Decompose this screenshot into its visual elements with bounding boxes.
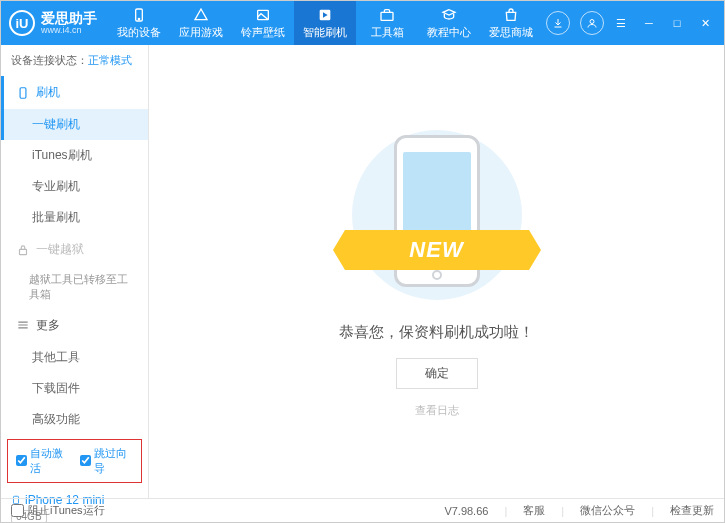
device-icon — [131, 7, 147, 23]
menu-button[interactable]: ☰ — [610, 12, 632, 34]
nav-other-tools[interactable]: 其他工具 — [1, 342, 148, 373]
tab-toolbox[interactable]: 工具箱 — [356, 1, 418, 45]
nav-section-jailbreak[interactable]: 一键越狱 — [1, 233, 148, 266]
nav-section-label: 一键越狱 — [36, 241, 84, 258]
success-message: 恭喜您，保资料刷机成功啦！ — [339, 323, 534, 342]
main-content: NEW 恭喜您，保资料刷机成功啦！ 确定 查看日志 — [149, 45, 724, 498]
svg-point-1 — [138, 18, 139, 19]
tab-store[interactable]: 爱思商城 — [480, 1, 542, 45]
phone-icon — [16, 86, 30, 100]
maximize-button[interactable]: □ — [666, 12, 688, 34]
brand-name: 爱思助手 — [41, 11, 97, 25]
conn-mode: 正常模式 — [88, 54, 132, 66]
nav-section-flash[interactable]: 刷机 — [1, 76, 148, 109]
tab-label: 应用游戏 — [179, 25, 223, 40]
download-button[interactable] — [546, 11, 570, 35]
app-window: iU 爱思助手 www.i4.cn 我的设备 应用游戏 铃声壁纸 智能刷机 — [0, 0, 725, 523]
nav-download-firmware[interactable]: 下载固件 — [1, 373, 148, 404]
top-tabs: 我的设备 应用游戏 铃声壁纸 智能刷机 工具箱 教程中心 — [108, 1, 542, 45]
svg-point-5 — [590, 20, 594, 24]
wechat-link[interactable]: 微信公众号 — [580, 503, 635, 518]
tab-label: 我的设备 — [117, 25, 161, 40]
tab-my-device[interactable]: 我的设备 — [108, 1, 170, 45]
skip-guide-check[interactable]: 跳过向导 — [80, 446, 134, 476]
jailbreak-note: 越狱工具已转移至工具箱 — [1, 266, 148, 309]
block-itunes-check[interactable]: 阻止iTunes运行 — [11, 503, 105, 518]
tab-apps[interactable]: 应用游戏 — [170, 1, 232, 45]
conn-label: 设备连接状态： — [11, 54, 88, 66]
toolbox-icon — [379, 7, 395, 23]
list-icon — [16, 318, 30, 332]
auto-activate-check[interactable]: 自动激活 — [16, 446, 70, 476]
check-label: 自动激活 — [30, 446, 70, 476]
wallpaper-icon — [255, 7, 271, 23]
tutorial-icon — [441, 7, 457, 23]
auto-activate-checkbox[interactable] — [16, 455, 27, 466]
view-log-link[interactable]: 查看日志 — [415, 403, 459, 418]
footer: 阻止iTunes运行 V7.98.66 | 客服 | 微信公众号 | 检查更新 — [1, 498, 724, 522]
nav-section-label: 刷机 — [36, 84, 60, 101]
connection-status: 设备连接状态：正常模式 — [1, 45, 148, 76]
store-icon — [503, 7, 519, 23]
new-banner: NEW — [345, 230, 529, 270]
sidebar: 设备连接状态：正常模式 刷机 一键刷机 iTunes刷机 专业刷机 批量刷机 一… — [1, 45, 149, 498]
nav-pro-flash[interactable]: 专业刷机 — [1, 171, 148, 202]
tab-label: 铃声壁纸 — [241, 25, 285, 40]
skip-guide-checkbox[interactable] — [80, 455, 91, 466]
success-illustration: NEW — [337, 125, 537, 305]
download-icon — [552, 17, 564, 29]
service-link[interactable]: 客服 — [523, 503, 545, 518]
block-itunes-checkbox[interactable] — [11, 504, 24, 517]
close-button[interactable]: ✕ — [694, 12, 716, 34]
logo-icon: iU — [9, 10, 35, 36]
tab-label: 教程中心 — [427, 25, 471, 40]
window-controls: ☰ ─ □ ✕ — [542, 11, 716, 35]
tab-ringtones[interactable]: 铃声壁纸 — [232, 1, 294, 45]
nav-section-label: 更多 — [36, 317, 60, 334]
tab-flash[interactable]: 智能刷机 — [294, 1, 356, 45]
apps-icon — [193, 7, 209, 23]
brand-url: www.i4.cn — [41, 25, 97, 35]
user-button[interactable] — [580, 11, 604, 35]
nav-advanced[interactable]: 高级功能 — [1, 404, 148, 435]
titlebar: iU 爱思助手 www.i4.cn 我的设备 应用游戏 铃声壁纸 智能刷机 — [1, 1, 724, 45]
tab-label: 智能刷机 — [303, 25, 347, 40]
tab-label: 爱思商城 — [489, 25, 533, 40]
nav-batch-flash[interactable]: 批量刷机 — [1, 202, 148, 233]
body: 设备连接状态：正常模式 刷机 一键刷机 iTunes刷机 专业刷机 批量刷机 一… — [1, 45, 724, 498]
svg-rect-7 — [20, 249, 27, 254]
check-label: 跳过向导 — [94, 446, 134, 476]
update-link[interactable]: 检查更新 — [670, 503, 714, 518]
nav-itunes-flash[interactable]: iTunes刷机 — [1, 140, 148, 171]
nav-section-more[interactable]: 更多 — [1, 309, 148, 342]
footer-check-label: 阻止iTunes运行 — [28, 503, 105, 518]
version-label: V7.98.66 — [444, 505, 488, 517]
lock-icon — [16, 243, 30, 257]
brand: iU 爱思助手 www.i4.cn — [9, 10, 108, 36]
flash-icon — [317, 7, 333, 23]
tab-tutorials[interactable]: 教程中心 — [418, 1, 480, 45]
minimize-button[interactable]: ─ — [638, 12, 660, 34]
options-box: 自动激活 跳过向导 — [7, 439, 142, 483]
svg-rect-4 — [381, 12, 393, 20]
user-icon — [586, 17, 598, 29]
svg-rect-6 — [20, 87, 26, 98]
tab-label: 工具箱 — [371, 25, 404, 40]
nav-one-click-flash[interactable]: 一键刷机 — [1, 109, 148, 140]
ok-button[interactable]: 确定 — [396, 358, 478, 389]
